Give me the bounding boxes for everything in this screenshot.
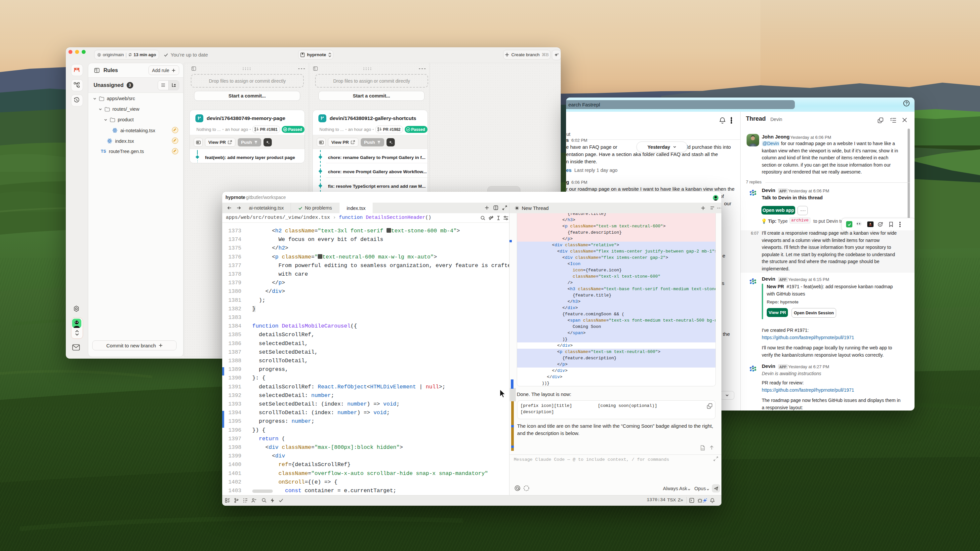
- svg-text:MD: MD: [701, 448, 705, 450]
